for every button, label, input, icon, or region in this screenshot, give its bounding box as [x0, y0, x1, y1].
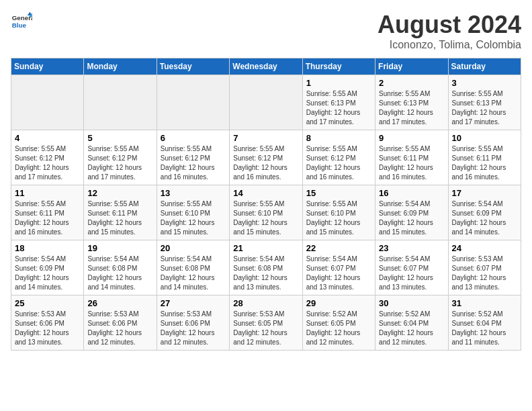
day-number: 5 [87, 133, 152, 143]
day-number: 22 [306, 243, 371, 253]
column-header-friday: Friday [375, 58, 448, 75]
calendar-cell: 11Sunrise: 5:55 AM Sunset: 6:11 PM Dayli… [11, 185, 84, 240]
calendar-cell: 22Sunrise: 5:54 AM Sunset: 6:07 PM Dayli… [302, 240, 375, 295]
day-info: Sunrise: 5:55 AM Sunset: 6:12 PM Dayligh… [306, 144, 371, 182]
day-number: 17 [452, 188, 517, 198]
calendar-cell: 14Sunrise: 5:55 AM Sunset: 6:10 PM Dayli… [230, 185, 302, 240]
day-number: 30 [379, 298, 444, 308]
day-info: Sunrise: 5:55 AM Sunset: 6:11 PM Dayligh… [379, 144, 444, 182]
column-header-saturday: Saturday [448, 58, 521, 75]
calendar-cell: 29Sunrise: 5:52 AM Sunset: 6:05 PM Dayli… [302, 295, 375, 351]
calendar-cell: 1Sunrise: 5:55 AM Sunset: 6:13 PM Daylig… [302, 75, 375, 130]
calendar-cell: 24Sunrise: 5:53 AM Sunset: 6:07 PM Dayli… [448, 240, 521, 295]
day-info: Sunrise: 5:55 AM Sunset: 6:13 PM Dayligh… [452, 89, 517, 127]
day-info: Sunrise: 5:53 AM Sunset: 6:06 PM Dayligh… [161, 310, 226, 347]
calendar-cell: 23Sunrise: 5:54 AM Sunset: 6:07 PM Dayli… [375, 240, 448, 295]
calendar-cell: 17Sunrise: 5:54 AM Sunset: 6:09 PM Dayli… [448, 185, 521, 240]
day-info: Sunrise: 5:53 AM Sunset: 6:05 PM Dayligh… [233, 310, 298, 347]
logo: General Blue [11, 11, 32, 32]
calendar-cell: 15Sunrise: 5:55 AM Sunset: 6:10 PM Dayli… [302, 185, 375, 240]
calendar-week-5: 25Sunrise: 5:53 AM Sunset: 6:06 PM Dayli… [11, 295, 521, 351]
column-header-wednesday: Wednesday [230, 58, 302, 75]
calendar-week-4: 18Sunrise: 5:54 AM Sunset: 6:09 PM Dayli… [11, 240, 521, 295]
column-header-sunday: Sunday [11, 58, 84, 75]
day-number: 2 [379, 78, 444, 88]
day-info: Sunrise: 5:55 AM Sunset: 6:13 PM Dayligh… [379, 89, 444, 127]
day-number: 23 [379, 243, 444, 253]
calendar-week-1: 1Sunrise: 5:55 AM Sunset: 6:13 PM Daylig… [11, 75, 521, 130]
calendar-header-row: SundayMondayTuesdayWednesdayThursdayFrid… [11, 58, 521, 75]
day-number: 29 [306, 298, 371, 308]
day-info: Sunrise: 5:54 AM Sunset: 6:07 PM Dayligh… [306, 255, 371, 292]
calendar-cell [84, 75, 157, 130]
calendar-cell: 5Sunrise: 5:55 AM Sunset: 6:12 PM Daylig… [84, 130, 157, 185]
day-info: Sunrise: 5:54 AM Sunset: 6:08 PM Dayligh… [87, 255, 152, 292]
column-header-monday: Monday [84, 58, 157, 75]
calendar-cell: 6Sunrise: 5:55 AM Sunset: 6:12 PM Daylig… [157, 130, 229, 185]
calendar-week-2: 4Sunrise: 5:55 AM Sunset: 6:12 PM Daylig… [11, 130, 521, 185]
calendar-cell: 13Sunrise: 5:55 AM Sunset: 6:10 PM Dayli… [157, 185, 229, 240]
day-number: 31 [452, 298, 517, 308]
logo-icon: General Blue [11, 11, 32, 32]
page-title: August 2024 [378, 11, 521, 39]
day-info: Sunrise: 5:52 AM Sunset: 6:04 PM Dayligh… [379, 310, 444, 347]
calendar-cell: 19Sunrise: 5:54 AM Sunset: 6:08 PM Dayli… [84, 240, 157, 295]
calendar-cell [230, 75, 302, 130]
day-number: 7 [233, 133, 298, 143]
day-number: 13 [161, 188, 226, 198]
day-number: 19 [87, 243, 152, 253]
day-info: Sunrise: 5:55 AM Sunset: 6:13 PM Dayligh… [306, 89, 371, 127]
calendar-cell: 31Sunrise: 5:52 AM Sunset: 6:04 PM Dayli… [448, 295, 521, 351]
day-info: Sunrise: 5:55 AM Sunset: 6:12 PM Dayligh… [15, 144, 80, 182]
day-info: Sunrise: 5:53 AM Sunset: 6:06 PM Dayligh… [15, 310, 80, 347]
day-info: Sunrise: 5:54 AM Sunset: 6:07 PM Dayligh… [379, 255, 444, 292]
day-info: Sunrise: 5:55 AM Sunset: 6:12 PM Dayligh… [233, 144, 298, 182]
calendar-body: 1Sunrise: 5:55 AM Sunset: 6:13 PM Daylig… [11, 75, 521, 351]
day-info: Sunrise: 5:55 AM Sunset: 6:10 PM Dayligh… [161, 199, 226, 237]
calendar-cell: 16Sunrise: 5:54 AM Sunset: 6:09 PM Dayli… [375, 185, 448, 240]
title-block: August 2024 Icononzo, Tolima, Colombia [378, 11, 521, 51]
day-number: 10 [452, 133, 517, 143]
day-number: 18 [15, 243, 80, 253]
column-header-tuesday: Tuesday [157, 58, 229, 75]
calendar-cell: 27Sunrise: 5:53 AM Sunset: 6:06 PM Dayli… [157, 295, 229, 351]
calendar-cell: 9Sunrise: 5:55 AM Sunset: 6:11 PM Daylig… [375, 130, 448, 185]
calendar-cell: 4Sunrise: 5:55 AM Sunset: 6:12 PM Daylig… [11, 130, 84, 185]
calendar-cell: 7Sunrise: 5:55 AM Sunset: 6:12 PM Daylig… [230, 130, 302, 185]
day-info: Sunrise: 5:55 AM Sunset: 6:11 PM Dayligh… [452, 144, 517, 182]
day-info: Sunrise: 5:55 AM Sunset: 6:10 PM Dayligh… [306, 199, 371, 237]
calendar-cell: 20Sunrise: 5:54 AM Sunset: 6:08 PM Dayli… [157, 240, 229, 295]
day-number: 15 [306, 188, 371, 198]
calendar-cell: 2Sunrise: 5:55 AM Sunset: 6:13 PM Daylig… [375, 75, 448, 130]
calendar-week-3: 11Sunrise: 5:55 AM Sunset: 6:11 PM Dayli… [11, 185, 521, 240]
calendar-cell: 12Sunrise: 5:55 AM Sunset: 6:11 PM Dayli… [84, 185, 157, 240]
day-number: 12 [87, 188, 152, 198]
day-info: Sunrise: 5:55 AM Sunset: 6:10 PM Dayligh… [233, 199, 298, 237]
day-info: Sunrise: 5:54 AM Sunset: 6:09 PM Dayligh… [452, 199, 517, 237]
column-header-thursday: Thursday [302, 58, 375, 75]
day-number: 27 [161, 298, 226, 308]
day-info: Sunrise: 5:52 AM Sunset: 6:05 PM Dayligh… [306, 310, 371, 347]
calendar-cell: 28Sunrise: 5:53 AM Sunset: 6:05 PM Dayli… [230, 295, 302, 351]
calendar-cell: 30Sunrise: 5:52 AM Sunset: 6:04 PM Dayli… [375, 295, 448, 351]
day-info: Sunrise: 5:54 AM Sunset: 6:09 PM Dayligh… [379, 199, 444, 237]
page-subtitle: Icononzo, Tolima, Colombia [378, 39, 521, 51]
day-number: 21 [233, 243, 298, 253]
day-info: Sunrise: 5:55 AM Sunset: 6:12 PM Dayligh… [87, 144, 152, 182]
day-number: 24 [452, 243, 517, 253]
day-info: Sunrise: 5:55 AM Sunset: 6:12 PM Dayligh… [161, 144, 226, 182]
day-number: 3 [452, 78, 517, 88]
day-info: Sunrise: 5:54 AM Sunset: 6:08 PM Dayligh… [161, 255, 226, 292]
calendar-cell [157, 75, 229, 130]
day-number: 25 [15, 298, 80, 308]
day-number: 9 [379, 133, 444, 143]
day-info: Sunrise: 5:53 AM Sunset: 6:07 PM Dayligh… [452, 255, 517, 292]
calendar-cell: 8Sunrise: 5:55 AM Sunset: 6:12 PM Daylig… [302, 130, 375, 185]
day-number: 4 [15, 133, 80, 143]
calendar-cell: 25Sunrise: 5:53 AM Sunset: 6:06 PM Dayli… [11, 295, 84, 351]
day-info: Sunrise: 5:54 AM Sunset: 6:09 PM Dayligh… [15, 255, 80, 292]
day-number: 14 [233, 188, 298, 198]
calendar-cell: 10Sunrise: 5:55 AM Sunset: 6:11 PM Dayli… [448, 130, 521, 185]
day-number: 16 [379, 188, 444, 198]
day-info: Sunrise: 5:55 AM Sunset: 6:11 PM Dayligh… [87, 199, 152, 237]
